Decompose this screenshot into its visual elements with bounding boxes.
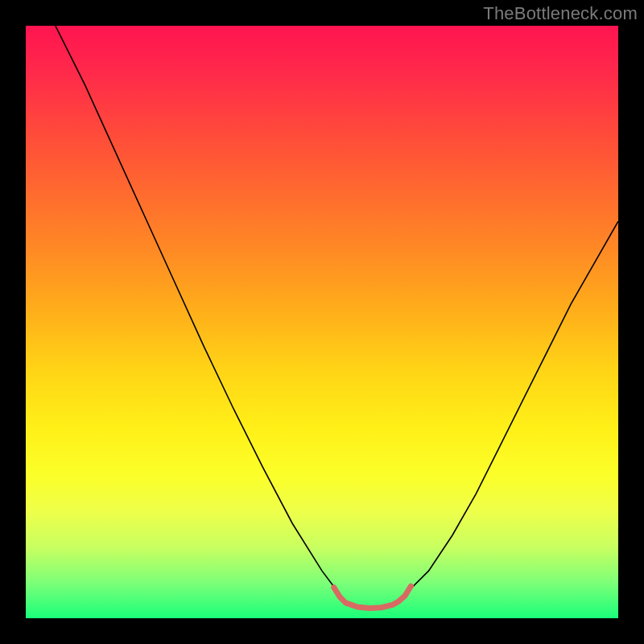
plot-area	[26, 26, 618, 618]
curve-right-arm	[405, 221, 618, 595]
curve-layer	[26, 26, 618, 618]
curve-left-arm	[56, 26, 340, 595]
watermark-text: TheBottleneck.com	[483, 3, 638, 24]
curve-valley-floor	[334, 586, 411, 608]
chart-frame: TheBottleneck.com	[0, 0, 644, 644]
